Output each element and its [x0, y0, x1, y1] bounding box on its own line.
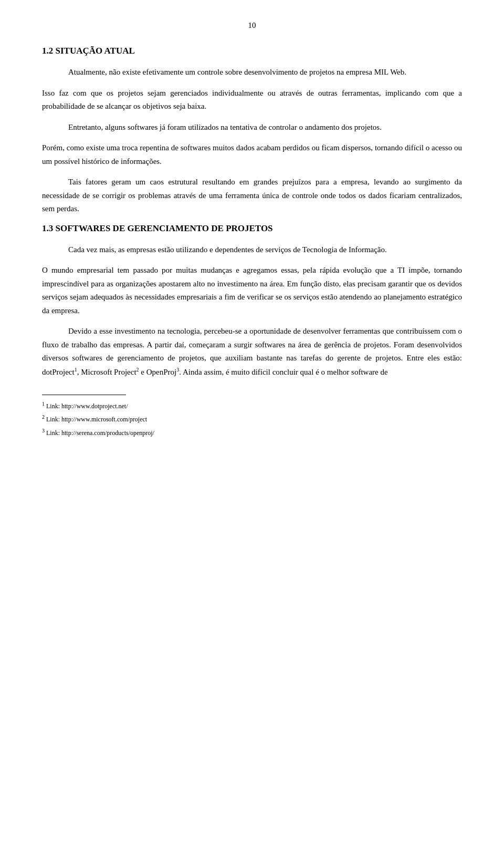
- paragraph-6: Cada vez mais, as empresas estão utiliza…: [42, 243, 462, 257]
- footnote-2-text: Link: http://www.microsoft.com/project: [46, 416, 147, 423]
- paragraph-5: Tais fatores geram um caos estrutural re…: [42, 175, 462, 216]
- footnote-3-text: Link: http://serena.com/products/openpro…: [46, 429, 154, 437]
- footnote-ref-2: 2: [136, 367, 139, 373]
- paragraph-8-text: Devido a esse investimento na tecnologia…: [42, 327, 462, 376]
- footnote-2-number: 2: [42, 414, 45, 420]
- footnote-ref-3: 3: [176, 367, 179, 373]
- paragraph-2: Isso faz com que os projetos sejam geren…: [42, 87, 462, 113]
- paragraph-3: Entretanto, alguns softwares já foram ut…: [42, 121, 462, 135]
- footnote-2: 2 Link: http://www.microsoft.com/project: [42, 412, 462, 425]
- paragraph-1: Atualmente, não existe efetivamente um c…: [42, 66, 462, 79]
- footnote-1: 1 Link: http://www.dotproject.net/: [42, 399, 462, 411]
- footnote-3-number: 3: [42, 428, 45, 433]
- page: 10 1.2 SITUAÇÃO ATUAL Atualmente, não ex…: [0, 0, 504, 868]
- footnote-3: 3 Link: http://serena.com/products/openp…: [42, 426, 462, 438]
- footnote-1-number: 1: [42, 401, 45, 407]
- paragraph-7: O mundo empresarial tem passado por muit…: [42, 264, 462, 317]
- page-number: 10: [42, 21, 462, 30]
- paragraph-4: Porém, como existe uma troca repentina d…: [42, 141, 462, 168]
- footnotes: 1 Link: http://www.dotproject.net/ 2 Lin…: [42, 399, 462, 438]
- footnote-divider: [42, 395, 126, 395]
- section-1-2: 1.2 SITUAÇÃO ATUAL Atualmente, não exist…: [42, 46, 462, 216]
- footnote-ref-1: 1: [75, 367, 77, 373]
- paragraph-8: Devido a esse investimento na tecnologia…: [42, 325, 462, 379]
- footnote-1-text: Link: http://www.dotproject.net/: [46, 402, 128, 410]
- section-1-3: 1.3 SOFTWARES DE GERENCIAMENTO DE PROJET…: [42, 223, 462, 379]
- section-heading-1-2: 1.2 SITUAÇÃO ATUAL: [42, 46, 462, 56]
- section-heading-1-3: 1.3 SOFTWARES DE GERENCIAMENTO DE PROJET…: [42, 223, 462, 234]
